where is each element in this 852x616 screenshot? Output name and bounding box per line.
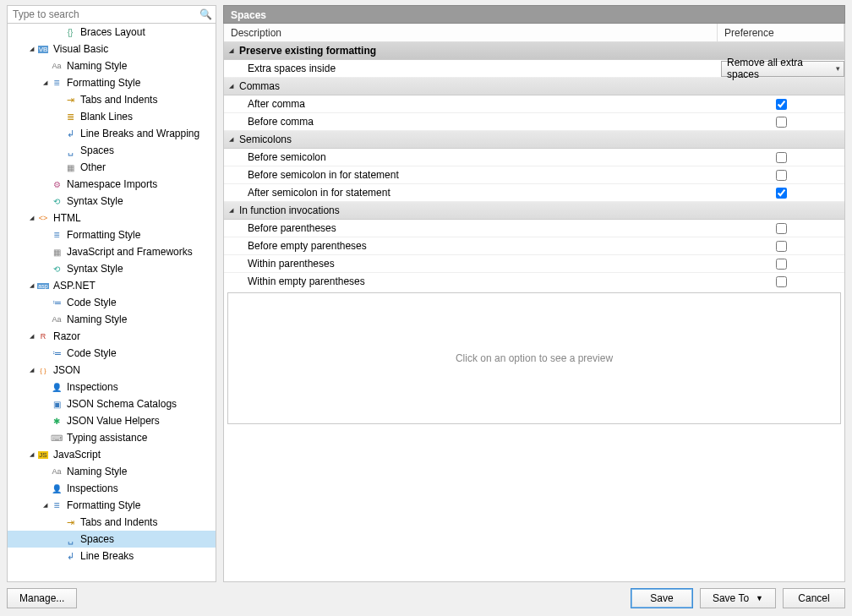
tree-json-insp[interactable]: Inspections: [8, 379, 216, 395]
tree-item-label: JSON Value Helpers: [67, 415, 160, 427]
tree-vb-syntax[interactable]: Syntax Style: [8, 193, 216, 210]
expander-icon[interactable]: ◢: [26, 333, 36, 340]
option-label: Within parentheses: [248, 258, 718, 270]
expander-icon[interactable]: ◢: [40, 502, 50, 509]
tree-item-label: Namespace Imports: [67, 178, 157, 190]
tree-item-label: Syntax Style: [67, 195, 123, 207]
tree-json[interactable]: ◢JSON: [8, 362, 216, 379]
tree-asp[interactable]: ◢ASP.NET: [8, 277, 216, 294]
option-checkbox[interactable]: [776, 188, 787, 199]
group-header[interactable]: ◢In function invocations: [224, 202, 844, 220]
search-box[interactable]: 🔍: [7, 5, 216, 24]
group-header[interactable]: ◢Semicolons: [224, 131, 844, 149]
tree-item-label: Syntax Style: [67, 263, 123, 275]
tree-visual-basic[interactable]: ◢Visual Basic: [8, 41, 216, 57]
save-to-button[interactable]: Save To ▼: [700, 588, 776, 608]
fmt-icon: [50, 228, 63, 242]
expander-icon[interactable]: ◢: [26, 451, 36, 458]
tree-asp-naming[interactable]: Naming Style: [8, 311, 216, 328]
js-icon: [36, 448, 50, 461]
option-row[interactable]: Before empty parentheses: [224, 237, 844, 255]
json-icon: [36, 363, 50, 377]
expander-icon[interactable]: ◢: [26, 282, 36, 289]
collapse-icon[interactable]: ◢: [229, 47, 239, 54]
tree-item-label: Other: [80, 161, 106, 173]
tree-item-label: HTML: [53, 212, 81, 224]
option-checkbox[interactable]: [776, 276, 787, 287]
tree-vb-ns[interactable]: Namespace Imports: [8, 176, 216, 193]
panel-title: Spaces: [223, 5, 845, 24]
tree-html-syn[interactable]: Syntax Style: [8, 260, 216, 277]
tree-html[interactable]: ◢HTML: [8, 210, 216, 226]
option-row[interactable]: Extra spaces insideRemove all extra spac…: [224, 60, 844, 78]
option-row[interactable]: Before parentheses: [224, 220, 844, 237]
tree-vb-wrap[interactable]: Line Breaks and Wrapping: [8, 125, 216, 142]
tree-vb-naming[interactable]: Naming Style: [8, 57, 216, 74]
tree-js-tabs[interactable]: Tabs and Indents: [8, 514, 216, 531]
collapse-icon[interactable]: ◢: [229, 136, 239, 143]
option-checkbox[interactable]: [776, 259, 787, 270]
option-checkbox[interactable]: [776, 241, 787, 252]
option-row[interactable]: Before semicolon: [224, 149, 844, 166]
tree-vb-other[interactable]: Other: [8, 159, 216, 176]
fmt-icon: [50, 76, 63, 90]
tree-item-label: Tabs and Indents: [80, 94, 157, 106]
column-preference[interactable]: Preference: [718, 24, 844, 41]
options-grid[interactable]: ◢Preserve existing formattingExtra space…: [224, 42, 844, 289]
option-row[interactable]: Within parentheses: [224, 255, 844, 273]
cancel-button[interactable]: Cancel: [783, 588, 845, 608]
expander-icon[interactable]: ◢: [26, 46, 36, 52]
tree-js-naming[interactable]: Naming Style: [8, 463, 216, 480]
expander-icon[interactable]: ◢: [26, 215, 36, 221]
settings-tree[interactable]: Braces Layout◢Visual BasicNaming Style◢F…: [7, 24, 216, 582]
aa-icon: [50, 313, 63, 326]
option-checkbox[interactable]: [776, 117, 787, 128]
tree-js-spaces[interactable]: Spaces: [8, 531, 216, 548]
option-select[interactable]: Remove all extra spaces▾: [721, 61, 844, 77]
val-icon: [50, 414, 63, 428]
group-label: Semicolons: [239, 134, 292, 145]
tree-js[interactable]: ◢JavaScript: [8, 446, 216, 463]
search-icon: 🔍: [199, 8, 212, 20]
expander-icon[interactable]: ◢: [26, 367, 36, 373]
collapse-icon[interactable]: ◢: [229, 83, 239, 90]
tree-vb-blank[interactable]: Blank Lines: [8, 108, 216, 125]
group-header[interactable]: ◢Commas: [224, 78, 844, 95]
tree-vb-tabs[interactable]: Tabs and Indents: [8, 91, 216, 108]
tree-json-val[interactable]: JSON Value Helpers: [8, 412, 216, 429]
tree-vb-formatting[interactable]: ◢Formatting Style: [8, 74, 216, 91]
option-checkbox[interactable]: [776, 99, 787, 110]
tree-json-cat[interactable]: JSON Schema Catalogs: [8, 395, 216, 412]
tree-razor[interactable]: ◢Razor: [8, 328, 216, 345]
other-icon: [50, 245, 63, 259]
tree-js-fmt[interactable]: ◢Formatting Style: [8, 497, 216, 514]
column-description[interactable]: Description: [224, 24, 718, 41]
tree-asp-code[interactable]: Code Style: [8, 294, 216, 311]
option-checkbox[interactable]: [776, 223, 787, 234]
option-checkbox[interactable]: [776, 170, 787, 181]
save-button[interactable]: Save: [631, 588, 693, 608]
option-row[interactable]: Before semicolon in for statement: [224, 166, 844, 184]
option-row[interactable]: After semicolon in for statement: [224, 184, 844, 202]
option-row[interactable]: After comma: [224, 95, 844, 113]
tree-vb-spaces[interactable]: Spaces: [8, 142, 216, 159]
collapse-icon[interactable]: ◢: [229, 207, 239, 214]
option-row[interactable]: Within empty parentheses: [224, 273, 844, 289]
option-checkbox[interactable]: [776, 152, 787, 163]
cat-icon: [50, 397, 63, 411]
search-input[interactable]: [11, 8, 199, 21]
manage-button[interactable]: Manage...: [7, 588, 77, 608]
expander-icon[interactable]: ◢: [40, 79, 50, 86]
tree-html-jsfw[interactable]: JavaScript and Frameworks: [8, 243, 216, 260]
tree-braces-layout[interactable]: Braces Layout: [8, 24, 216, 41]
tree-js-insp[interactable]: Inspections: [8, 480, 216, 497]
code-icon: [50, 346, 63, 360]
tree-json-typ[interactable]: Typing assistance: [8, 429, 216, 446]
tree-js-lb[interactable]: Line Breaks: [8, 548, 216, 564]
tree-razor-code[interactable]: Code Style: [8, 345, 216, 362]
save-to-label: Save To: [713, 592, 749, 604]
tree-html-fmt[interactable]: Formatting Style: [8, 226, 216, 243]
html-icon: [36, 211, 50, 225]
ins-icon: [50, 380, 63, 394]
option-row[interactable]: Before comma: [224, 113, 844, 131]
